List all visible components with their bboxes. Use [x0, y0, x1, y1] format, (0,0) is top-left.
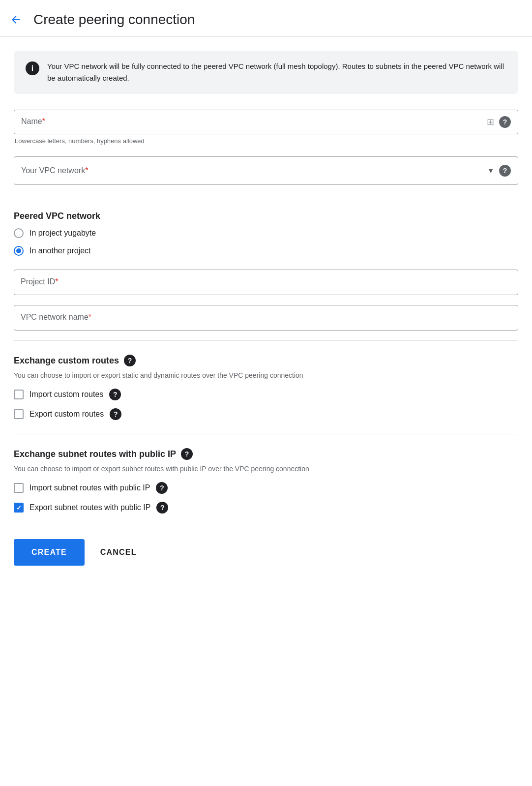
vpc-network-field-group: Your VPC network* ▼ ? [14, 156, 518, 185]
action-bar: CREATE CANCEL [14, 531, 518, 566]
info-banner: i Your VPC network will be fully connect… [14, 51, 518, 94]
vpc-network-name-input[interactable] [14, 305, 518, 331]
grid-icon: ⊞ [487, 117, 494, 127]
radio-in-project-button[interactable] [14, 228, 24, 238]
radio-in-another-project-label: In another project [30, 246, 91, 255]
page-content: i Your VPC network will be fully connect… [0, 37, 532, 585]
name-input-wrapper: Name* ⊞ ? [14, 110, 518, 134]
page-title: Create peering connection [33, 12, 195, 28]
vpc-network-name-field-group: VPC network name* [14, 305, 518, 331]
peered-vpc-section: Peered VPC network In project yugabyte I… [14, 211, 518, 256]
vpc-network-dropdown[interactable]: Your VPC network* ▼ ? [14, 156, 518, 185]
divider-2 [14, 340, 518, 341]
export-subnet-routes-label: Export subnet routes with public IP [30, 503, 150, 512]
export-custom-help-icon[interactable]: ? [110, 408, 121, 420]
radio-in-another-project-button[interactable] [14, 246, 24, 256]
checkmark-icon: ✓ [16, 504, 22, 512]
export-subnet-routes-item[interactable]: ✓ Export subnet routes with public IP ? [14, 502, 518, 514]
name-help-icon[interactable]: ? [499, 116, 511, 128]
cancel-button[interactable]: CANCEL [96, 539, 141, 566]
exchange-custom-help-icon[interactable]: ? [124, 355, 136, 366]
import-subnet-routes-label: Import subnet routes with public IP [30, 484, 150, 492]
exchange-subnet-help-icon[interactable]: ? [181, 448, 193, 460]
import-subnet-help-icon[interactable]: ? [156, 482, 168, 494]
exchange-custom-desc: You can choose to import or export stati… [14, 370, 518, 381]
radio-in-project-label: In project yugabyte [30, 229, 96, 238]
divider-3 [14, 434, 518, 434]
exchange-subnet-title-row: Exchange subnet routes with public IP ? [14, 448, 518, 460]
name-input[interactable] [21, 118, 483, 126]
vpc-network-label: Your VPC network* [21, 166, 487, 175]
exchange-subnet-checkboxes: Import subnet routes with public IP ? ✓ … [14, 482, 518, 514]
radio-dot [16, 248, 21, 253]
info-text: Your VPC network will be fully connected… [47, 60, 506, 84]
import-custom-routes-label: Import custom routes [30, 390, 103, 399]
create-button[interactable]: CREATE [14, 539, 85, 566]
import-custom-help-icon[interactable]: ? [109, 389, 121, 400]
exchange-subnet-routes-section: Exchange subnet routes with public IP ? … [14, 448, 518, 514]
exchange-custom-title: Exchange custom routes [14, 356, 119, 366]
import-subnet-routes-item[interactable]: Import subnet routes with public IP ? [14, 482, 518, 494]
back-button[interactable] [8, 12, 24, 28]
import-custom-routes-checkbox[interactable] [14, 390, 24, 399]
project-id-input[interactable] [14, 270, 518, 295]
exchange-subnet-desc: You can choose to import or export subne… [14, 464, 518, 474]
peered-vpc-title: Peered VPC network [14, 211, 518, 221]
peered-vpc-radio-group: In project yugabyte In another project [14, 228, 518, 256]
exchange-custom-routes-section: Exchange custom routes ? You can choose … [14, 355, 518, 420]
radio-in-project[interactable]: In project yugabyte [14, 228, 518, 238]
name-field-group: Name* ⊞ ? Lowercase letters, numbers, hy… [14, 110, 518, 145]
import-custom-routes-item[interactable]: Import custom routes ? [14, 389, 518, 400]
exchange-subnet-title: Exchange subnet routes with public IP [14, 449, 176, 459]
vpc-network-help-icon[interactable]: ? [499, 165, 511, 177]
name-hint: Lowercase letters, numbers, hyphens allo… [14, 137, 518, 145]
exchange-custom-title-row: Exchange custom routes ? [14, 355, 518, 366]
export-custom-routes-item[interactable]: Export custom routes ? [14, 408, 518, 420]
export-custom-routes-checkbox[interactable] [14, 409, 24, 419]
exchange-custom-checkboxes: Import custom routes ? Export custom rou… [14, 389, 518, 420]
name-input-icons: ⊞ ? [487, 116, 511, 128]
page-header: Create peering connection [0, 0, 532, 37]
export-subnet-routes-checkbox[interactable]: ✓ [14, 503, 24, 513]
export-subnet-help-icon[interactable]: ? [156, 502, 168, 514]
import-subnet-routes-checkbox[interactable] [14, 483, 24, 493]
dropdown-arrow-icon: ▼ [487, 167, 494, 175]
divider-1 [14, 197, 518, 197]
info-icon: i [26, 61, 39, 75]
project-id-field-group: Project ID* [14, 270, 518, 295]
export-custom-routes-label: Export custom routes [30, 410, 104, 419]
radio-in-another-project[interactable]: In another project [14, 246, 518, 256]
